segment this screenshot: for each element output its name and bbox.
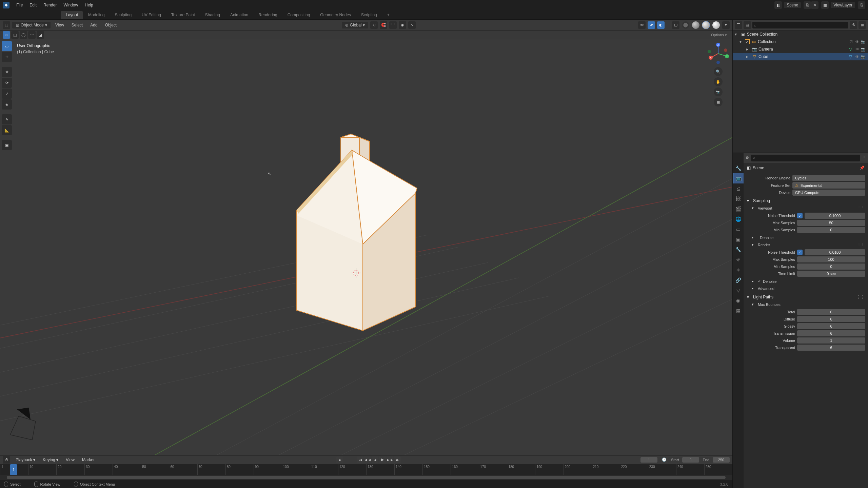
header-options[interactable]: Options ▾ bbox=[708, 32, 730, 38]
hide-render-icon[interactable]: 📷 bbox=[861, 46, 866, 52]
outliner-type-icon[interactable]: ☰ bbox=[735, 21, 742, 29]
tool-cursor[interactable]: ✛ bbox=[2, 52, 12, 62]
auto-keying-icon[interactable]: ● bbox=[336, 456, 343, 463]
breadcrumb-scene[interactable]: Scene bbox=[753, 165, 764, 170]
house-mesh[interactable] bbox=[264, 120, 468, 351]
ptab-world[interactable]: 🌐 bbox=[733, 214, 744, 224]
tab-add-workspace[interactable]: + bbox=[382, 11, 394, 19]
render-engine-dropdown[interactable]: Cycles bbox=[792, 175, 865, 181]
vp-menu-select[interactable]: Select bbox=[69, 22, 85, 28]
vp-menu-add[interactable]: Add bbox=[87, 22, 100, 28]
ptab-constraints[interactable]: 🔗 bbox=[733, 275, 744, 285]
subsection-advanced[interactable]: ▸Advanced bbox=[751, 285, 865, 292]
ptab-texture[interactable]: ▦ bbox=[733, 306, 744, 316]
properties-type-icon[interactable]: ⚙ bbox=[746, 156, 749, 160]
select-lasso-icon[interactable]: 〰 bbox=[28, 31, 36, 39]
subsection-vp-denoise[interactable]: ▸Denoise bbox=[751, 234, 865, 241]
tab-compositing[interactable]: Compositing bbox=[283, 11, 315, 19]
tool-add-cube[interactable]: ▣ bbox=[2, 140, 12, 150]
overlays-toggle-icon[interactable]: ◐ bbox=[657, 21, 665, 29]
hide-viewport-icon[interactable]: 👁 bbox=[854, 54, 860, 59]
timeline-scrollbar[interactable] bbox=[0, 475, 732, 480]
tool-transform[interactable]: ◈ bbox=[2, 99, 12, 110]
properties-options-icon[interactable]: ⋮ bbox=[862, 156, 866, 160]
pan-icon[interactable]: ✋ bbox=[714, 77, 723, 86]
tab-animation[interactable]: Animation bbox=[225, 11, 253, 19]
exclude-icon[interactable]: ☑ bbox=[848, 39, 854, 44]
section-sampling[interactable]: ▾Sampling bbox=[746, 197, 865, 204]
snap-icon[interactable]: 🧲 bbox=[380, 21, 387, 29]
vp-min-samples-field[interactable]: 0 bbox=[797, 227, 865, 233]
device-dropdown[interactable]: GPU Compute bbox=[792, 190, 865, 196]
disclosure-icon[interactable]: ▸ bbox=[746, 54, 750, 59]
section-light-paths[interactable]: ▾Light Paths⋮⋮ bbox=[746, 293, 865, 301]
perspective-toggle-icon[interactable]: ▦ bbox=[714, 98, 723, 106]
menu-edit[interactable]: Edit bbox=[26, 3, 40, 7]
vp-noise-checkbox[interactable]: ✓ bbox=[797, 213, 803, 218]
pivot-icon[interactable]: ⊙ bbox=[370, 21, 378, 29]
menu-help[interactable]: Help bbox=[81, 3, 97, 7]
subsection-rd-denoise[interactable]: ▸✓Denoise bbox=[751, 278, 865, 285]
frame-lock-icon[interactable]: 🕐 bbox=[661, 456, 668, 463]
vp-noise-field[interactable]: 0.1000 bbox=[805, 213, 865, 219]
ptab-object[interactable]: ▣ bbox=[733, 234, 744, 245]
delete-scene-icon[interactable]: ✕ bbox=[811, 1, 818, 9]
mb-glossy-field[interactable]: 6 bbox=[797, 323, 865, 329]
blender-logo-icon[interactable]: ◆ bbox=[3, 2, 9, 8]
ptab-render[interactable]: 📺 bbox=[733, 173, 744, 183]
ptab-physics[interactable]: ⚛ bbox=[733, 265, 744, 275]
tool-rotate[interactable]: ⟳ bbox=[2, 78, 12, 88]
viewlayer-name-field[interactable]: ViewLayer bbox=[831, 2, 855, 8]
proportional-edit-icon[interactable]: ◉ bbox=[399, 21, 406, 29]
tl-menu-marker[interactable]: Marker bbox=[80, 456, 97, 463]
jump-end-icon[interactable]: ⏭ bbox=[394, 456, 401, 463]
tab-uv-editing[interactable]: UV Editing bbox=[137, 11, 166, 19]
subsection-viewport[interactable]: ▾Viewport⋮⋮ bbox=[751, 204, 865, 212]
3d-viewport[interactable]: User Orthographic (1) Collection | Cube … bbox=[0, 39, 732, 455]
tab-modeling[interactable]: Modeling bbox=[83, 11, 110, 19]
select-invert-icon[interactable]: ◪ bbox=[37, 31, 44, 39]
navigation-gizmo[interactable]: Z Y X bbox=[707, 43, 729, 64]
ptab-data[interactable]: ▽ bbox=[733, 285, 744, 295]
outliner-filter-icon[interactable]: ⚗ bbox=[850, 21, 857, 29]
visibility-icon[interactable]: 👁 bbox=[638, 21, 646, 29]
xray-icon[interactable]: ▢ bbox=[672, 21, 679, 29]
ptab-collection[interactable]: ▭ bbox=[733, 224, 744, 234]
tab-sculpting[interactable]: Sculpting bbox=[110, 11, 136, 19]
ptab-tool[interactable]: 🔧 bbox=[733, 163, 744, 173]
shading-rendered-icon[interactable] bbox=[712, 21, 720, 29]
shading-solid-icon[interactable] bbox=[692, 21, 699, 29]
play-reverse-icon[interactable]: ◄ bbox=[372, 456, 378, 463]
viewlayer-icon[interactable]: ▦ bbox=[821, 1, 829, 9]
start-frame-field[interactable]: 1 bbox=[682, 457, 699, 463]
rd-min-samples-field[interactable]: 0 bbox=[797, 263, 865, 270]
properties-search-input[interactable] bbox=[751, 155, 860, 161]
ptab-output[interactable]: 🖨 bbox=[733, 183, 744, 194]
outliner-display-mode-icon[interactable]: ▤ bbox=[744, 21, 751, 29]
collection-checkbox[interactable]: ✓ bbox=[745, 39, 750, 44]
collection-label[interactable]: Collection bbox=[758, 39, 847, 44]
vp-menu-object[interactable]: Object bbox=[102, 22, 120, 28]
mode-dropdown[interactable]: ▧ Object Mode ▾ bbox=[12, 22, 51, 28]
rd-noise-checkbox[interactable]: ✓ bbox=[797, 250, 803, 255]
menu-file[interactable]: File bbox=[13, 3, 26, 7]
ptab-particles[interactable]: ※ bbox=[733, 255, 744, 265]
tool-scale[interactable]: ⤢ bbox=[2, 89, 12, 99]
current-frame-field[interactable]: 1 bbox=[640, 457, 657, 463]
subsection-max-bounces[interactable]: ▾Max Bounces bbox=[751, 301, 865, 308]
rd-time-limit-field[interactable]: 0 sec bbox=[797, 271, 865, 277]
scene-collection-label[interactable]: Scene Collection bbox=[747, 32, 866, 37]
tool-measure[interactable]: 📐 bbox=[2, 125, 12, 135]
scene-name-field[interactable]: Scene bbox=[784, 2, 801, 8]
hide-viewport-icon[interactable]: 👁 bbox=[854, 39, 860, 44]
rd-denoise-checkbox[interactable]: ✓ bbox=[758, 279, 761, 284]
tool-move[interactable]: ✥ bbox=[2, 67, 12, 77]
outliner-new-collection-icon[interactable]: ⊞ bbox=[859, 21, 866, 29]
ptab-scene[interactable]: 🎬 bbox=[733, 204, 744, 214]
editor-type-icon[interactable]: ⬚ bbox=[3, 21, 10, 29]
outliner-tree[interactable]: ▾ ▣ Scene Collection ▾ ✓ ▭ Collection ☑ … bbox=[733, 31, 868, 153]
snap-target-icon[interactable]: ⋮⋮ bbox=[389, 21, 397, 29]
new-viewlayer-icon[interactable]: ⎘ bbox=[858, 1, 865, 9]
tl-menu-view[interactable]: View bbox=[64, 456, 77, 463]
proportional-falloff-icon[interactable]: ∿ bbox=[408, 21, 416, 29]
